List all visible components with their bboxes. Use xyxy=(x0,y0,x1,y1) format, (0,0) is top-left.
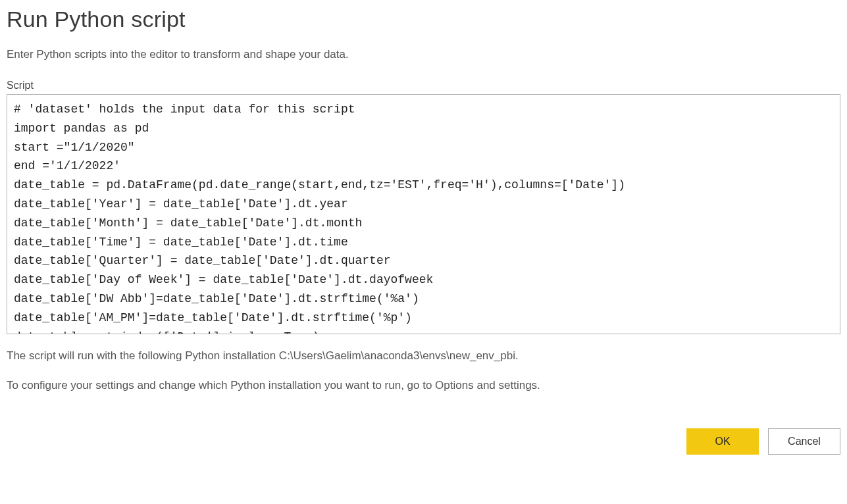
python-script-editor[interactable] xyxy=(7,94,840,334)
ok-button[interactable]: OK xyxy=(686,428,759,455)
python-install-path-info: The script will run with the following P… xyxy=(7,346,840,366)
script-container xyxy=(7,94,840,337)
cancel-button[interactable]: Cancel xyxy=(768,428,840,455)
dialog-title: Run Python script xyxy=(7,7,840,32)
script-label: Script xyxy=(7,80,840,91)
python-config-hint: To configure your settings and change wh… xyxy=(7,376,840,396)
dialog-subtitle: Enter Python scripts into the editor to … xyxy=(7,48,840,61)
dialog-button-row: OK Cancel xyxy=(7,428,840,455)
